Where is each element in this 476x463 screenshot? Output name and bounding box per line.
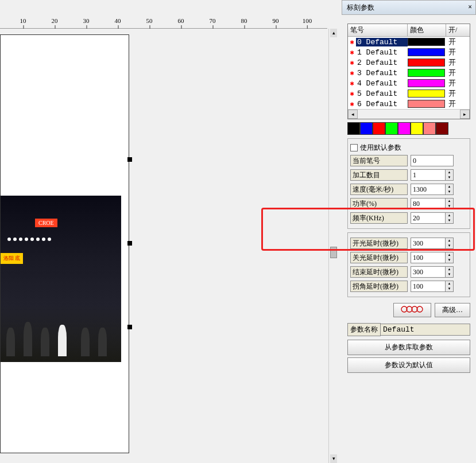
ruler-tick: 50	[146, 17, 153, 24]
scroll-left-icon[interactable]: ◂	[348, 110, 358, 119]
param-group-main: 使用默认参数 当前笔号 0 加工数目 1▲▼ 速度(毫米/秒) 1300▲▼ 功…	[347, 138, 470, 229]
spinner-arrows[interactable]: ▲▼	[446, 281, 454, 292]
param-name-value[interactable]: Default	[381, 324, 470, 336]
selection-handle[interactable]	[127, 241, 132, 246]
pen-color-swatch	[408, 38, 445, 46]
pen-name: 6 Default	[356, 100, 408, 108]
col-onoff[interactable]: 开/	[446, 24, 466, 36]
ruler-horizontal: 10 20 30 40 50 60 70 80 90 100	[0, 17, 327, 29]
asterisk-icon: ✱	[348, 79, 356, 88]
on-delay-label: 开光延时(微秒)	[350, 238, 408, 249]
speed-input[interactable]: 1300	[411, 184, 446, 195]
spinner-arrows[interactable]: ▲▼	[446, 169, 454, 181]
pen-row[interactable]: ✱3 Default开	[348, 68, 470, 78]
pen-onoff: 开	[445, 68, 459, 78]
spinner-arrows[interactable]: ▲▼	[446, 184, 454, 195]
use-default-checkbox[interactable]	[350, 144, 358, 151]
ruler-tick: 40	[115, 17, 121, 24]
power-input[interactable]: 80	[411, 198, 446, 209]
palette-swatch[interactable]	[360, 122, 373, 135]
pen-row[interactable]: ✱0 Default开	[348, 37, 470, 47]
param-group-delays: 开光延时(微秒) 300▲▼ 关光延时(微秒) 100▲▼ 结束延时(微秒) 3…	[347, 232, 470, 297]
scroll-down-arrow[interactable]: ▾	[330, 454, 337, 463]
placed-image[interactable]: CROE 洛阳 底	[1, 196, 121, 362]
asterisk-icon: ✱	[348, 69, 356, 77]
set-default-button[interactable]: 参数设为默认值	[347, 357, 470, 373]
panel-title: 标刻参数	[347, 3, 374, 11]
advanced-button[interactable]: 高级…	[435, 303, 470, 317]
selection-handle[interactable]	[127, 157, 132, 162]
pen-name: 5 Default	[356, 90, 408, 98]
col-pen[interactable]: 笔号	[348, 24, 408, 36]
rings-button[interactable]	[393, 303, 431, 317]
pen-color-swatch	[408, 79, 445, 87]
pen-name: 3 Default	[356, 69, 408, 77]
palette-swatch[interactable]	[385, 122, 398, 135]
ruler-tick: 70	[210, 17, 216, 24]
asterisk-icon: ✱	[348, 48, 356, 57]
spinner-arrows[interactable]: ▲▼	[446, 266, 454, 278]
pen-list[interactable]: 笔号 颜色 开/ ✱0 Default开✱1 Default开✱2 Defaul…	[347, 24, 470, 119]
selection-handle[interactable]	[127, 325, 132, 329]
pen-onoff: 开	[445, 88, 459, 99]
scroll-up-arrow[interactable]: ▴	[330, 29, 337, 37]
freq-label: 频率(KHz)	[350, 212, 408, 224]
corner-delay-input[interactable]: 100	[411, 281, 446, 292]
off-delay-label: 关光延时(微秒)	[350, 252, 408, 263]
pen-row[interactable]: ✱4 Default开	[348, 78, 470, 88]
pen-color-swatch	[408, 100, 445, 108]
color-palette	[347, 122, 470, 135]
from-library-button[interactable]: 从参数库取参数	[347, 340, 470, 355]
ruler-tick: 30	[83, 17, 90, 24]
pen-onoff: 开	[445, 99, 459, 109]
pen-row[interactable]: ✱6 Default开	[348, 99, 470, 109]
spinner-arrows[interactable]: ▲▼	[446, 212, 454, 224]
current-pen-value: 0	[411, 155, 454, 166]
panel-title-bar: 标刻参数 ×	[342, 0, 476, 15]
close-icon[interactable]: ×	[468, 3, 472, 11]
use-default-checkbox-row: 使用默认参数	[350, 143, 467, 153]
pen-color-swatch	[408, 59, 445, 67]
pen-onoff: 开	[445, 47, 459, 57]
palette-swatch[interactable]	[423, 122, 436, 135]
pen-onoff: 开	[445, 37, 459, 47]
palette-swatch[interactable]	[436, 122, 448, 135]
palette-swatch[interactable]	[373, 122, 385, 135]
use-default-label: 使用默认参数	[360, 143, 401, 153]
spinner-arrows[interactable]: ▲▼	[446, 198, 454, 209]
process-count-label: 加工数目	[350, 169, 408, 181]
end-delay-label: 结束延时(微秒)	[350, 266, 408, 278]
spinner-arrows[interactable]: ▲▼	[446, 252, 454, 263]
pen-row[interactable]: ✱5 Default开	[348, 88, 470, 99]
end-delay-input[interactable]: 300	[411, 266, 446, 278]
ruler-tick: 20	[52, 17, 58, 24]
pen-list-hscroll[interactable]: ◂ ▸	[348, 109, 470, 119]
scroll-thumb[interactable]	[330, 247, 337, 258]
pen-row[interactable]: ✱1 Default开	[348, 47, 470, 57]
scroll-right-icon[interactable]: ▸	[460, 110, 470, 119]
freq-input[interactable]: 20	[411, 212, 446, 224]
palette-swatch[interactable]	[347, 122, 360, 135]
vertical-scrollbar[interactable]: ▴ ▾	[328, 29, 338, 463]
asterisk-icon: ✱	[348, 100, 356, 108]
col-color[interactable]: 颜色	[408, 24, 446, 36]
pen-row[interactable]: ✱2 Default开	[348, 57, 470, 68]
spinner-arrows[interactable]: ▲▼	[446, 238, 454, 249]
speed-label: 速度(毫米/秒)	[350, 184, 408, 195]
off-delay-input[interactable]: 100	[411, 252, 446, 263]
pen-onoff: 开	[445, 78, 459, 88]
param-name-label: 参数名称	[347, 323, 381, 336]
palette-swatch[interactable]	[398, 122, 411, 135]
asterisk-icon: ✱	[348, 90, 356, 98]
process-count-input[interactable]: 1	[411, 169, 446, 181]
ruler-tick: 100	[303, 17, 312, 24]
pen-name: 1 Default	[356, 48, 408, 57]
marking-params-panel: 标刻参数 × 笔号 颜色 开/ ✱0 Default开✱1 Default开✱2…	[342, 0, 476, 463]
on-delay-input[interactable]: 300	[411, 238, 446, 249]
pen-name: 0 Default	[356, 38, 408, 46]
current-pen-label: 当前笔号	[350, 155, 408, 166]
asterisk-icon: ✱	[348, 59, 356, 67]
palette-swatch[interactable]	[411, 122, 423, 135]
pen-color-swatch	[408, 69, 445, 77]
canvas-page[interactable]: CROE 洛阳 底	[0, 34, 129, 453]
